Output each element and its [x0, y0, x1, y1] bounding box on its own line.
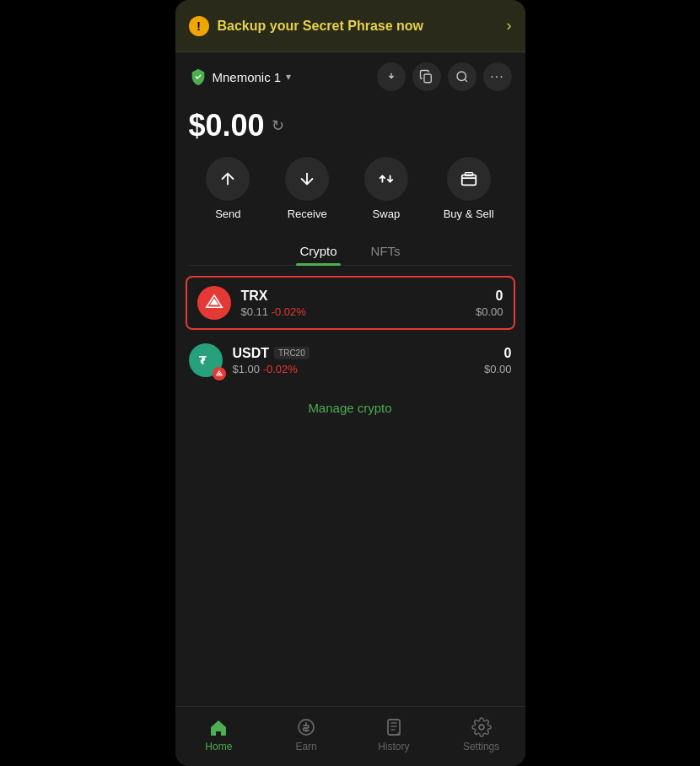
tab-crypto-label: Crypto	[299, 244, 337, 258]
usdt-item[interactable]: ₮ USDT TRC20 $1.00 -0.02%	[175, 333, 525, 387]
bottom-nav: Home Earn History Settings	[175, 706, 525, 766]
receive-action-button[interactable]	[377, 62, 406, 91]
swap-arrows-icon	[377, 170, 396, 188]
tab-nfts-label: NFTs	[371, 244, 401, 258]
trx-change: -0.02%	[272, 305, 306, 318]
usdt-icon: ₮	[196, 350, 216, 370]
more-dots-icon: ···	[490, 69, 503, 84]
action-buttons: Send Receive Swap	[175, 157, 525, 237]
receive-icon-circle	[285, 157, 329, 201]
phone-container: ! Backup your Secret Phrase now › Mnemon…	[175, 0, 525, 766]
trx-item[interactable]: TRX $0.11 -0.02% 0 $0.00	[186, 276, 515, 330]
more-button[interactable]: ···	[483, 62, 512, 91]
send-arrow-icon	[218, 170, 237, 188]
copy-button[interactable]	[412, 62, 441, 91]
trx-balance-token: 0	[476, 289, 503, 304]
nav-settings[interactable]: Settings	[438, 714, 525, 756]
shield-icon	[189, 67, 207, 86]
trx-balance: 0 $0.00	[476, 289, 503, 318]
nav-settings-label: Settings	[463, 741, 499, 753]
buy-sell-icon-circle	[447, 157, 491, 201]
receive-button[interactable]: Receive	[285, 157, 329, 220]
wallet-name[interactable]: Mnemonic 1 ▾	[189, 67, 292, 86]
swap-icon-circle	[364, 157, 408, 201]
refresh-icon[interactable]: ↻	[272, 116, 284, 135]
header: Mnemonic 1 ▾	[175, 52, 525, 101]
manage-crypto-button[interactable]: Manage crypto	[175, 387, 525, 429]
earn-icon	[296, 717, 316, 737]
usdt-change: -0.02%	[263, 363, 298, 375]
svg-point-10	[299, 720, 314, 735]
balance-amount: $0.00	[189, 108, 265, 143]
search-button[interactable]	[448, 62, 477, 91]
trx-price: $0.11 -0.02%	[241, 305, 476, 318]
tab-crypto[interactable]: Crypto	[296, 237, 340, 265]
trx-icon	[203, 292, 225, 314]
trx-logo	[197, 286, 231, 320]
usdt-balance-usd: $0.00	[484, 363, 512, 375]
tab-nfts[interactable]: NFTs	[368, 237, 404, 265]
buy-sell-label: Buy & Sell	[444, 208, 494, 220]
svg-rect-1	[424, 74, 431, 83]
nav-history[interactable]: History	[350, 714, 438, 756]
send-icon-circle	[206, 157, 250, 201]
history-icon	[384, 717, 404, 737]
dropdown-arrow-icon: ▾	[286, 71, 291, 83]
copy-icon	[419, 69, 434, 84]
receive-arrow-icon	[298, 170, 316, 188]
tabs: Crypto NFTs	[189, 237, 512, 266]
swap-label: Swap	[373, 208, 401, 220]
trx-balance-usd: $0.00	[476, 305, 503, 318]
send-label: Send	[215, 208, 240, 220]
warning-icon: !	[189, 16, 209, 36]
svg-point-12	[479, 725, 484, 730]
header-actions: ···	[377, 62, 512, 91]
chevron-right-icon: ›	[507, 17, 512, 35]
send-button[interactable]: Send	[206, 157, 250, 220]
balance-section: $0.00 ↻	[175, 101, 525, 157]
usdt-price: $1.00 -0.02%	[233, 363, 484, 375]
backup-text: Backup your Secret Phrase now	[218, 19, 424, 34]
buy-sell-icon	[460, 170, 478, 188]
crypto-list: TRX $0.11 -0.02% 0 $0.00 ₮	[175, 266, 525, 706]
manage-crypto-label: Manage crypto	[308, 401, 391, 415]
trx-info: TRX $0.11 -0.02%	[241, 289, 476, 318]
nav-home[interactable]: Home	[175, 714, 263, 756]
svg-rect-3	[461, 175, 476, 185]
nav-home-label: Home	[205, 741, 232, 753]
nav-earn[interactable]: Earn	[262, 714, 350, 756]
settings-icon	[471, 717, 492, 737]
search-icon	[455, 69, 470, 84]
backup-banner[interactable]: ! Backup your Secret Phrase now ›	[175, 0, 525, 52]
svg-text:₮: ₮	[199, 354, 207, 367]
usdt-balance: 0 $0.00	[484, 346, 512, 375]
usdt-badge-dot	[213, 367, 226, 380]
backup-banner-left: ! Backup your Secret Phrase now	[189, 16, 424, 36]
usdt-name: USDT TRC20	[233, 346, 484, 361]
nav-earn-label: Earn	[295, 741, 316, 753]
home-icon	[208, 717, 229, 737]
buy-sell-button[interactable]: Buy & Sell	[444, 157, 494, 220]
trx-name: TRX	[241, 289, 476, 304]
usdt-balance-token: 0	[484, 346, 512, 361]
usdt-logo: ₮	[189, 343, 223, 377]
wallet-label: Mnemonic 1	[213, 70, 282, 84]
usdt-info: USDT TRC20 $1.00 -0.02%	[233, 346, 484, 375]
receive-label: Receive	[288, 208, 327, 220]
download-icon	[384, 69, 399, 84]
nav-history-label: History	[378, 741, 409, 753]
swap-button[interactable]: Swap	[364, 157, 408, 220]
trc20-badge: TRC20	[274, 347, 310, 359]
